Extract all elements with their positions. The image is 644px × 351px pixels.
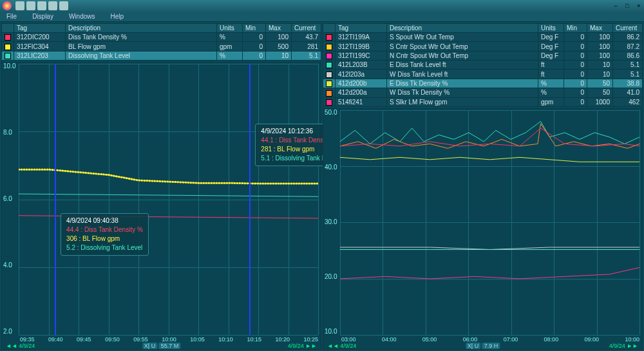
left-chart[interactable]: 10.08.06.04.02.04/9/2024 09:40:3844.4 : … — [1, 62, 321, 350]
cell-current: 86.2 — [613, 33, 643, 42]
toolbar-icon[interactable] — [37, 1, 46, 10]
cell-current: 5.1 — [292, 51, 321, 60]
cell-current: 43.7 — [292, 33, 321, 42]
cursor-line[interactable] — [55, 64, 56, 335]
table-row[interactable]: 312LIC203Dissolving Tank Level%0105.1 — [2, 51, 321, 60]
tooltip-value: 5.2 : Dissolving Tank Level — [66, 243, 143, 252]
color-swatch — [5, 53, 11, 59]
color-swatch — [5, 44, 11, 50]
tooltip-time: 4/9/2024 09:40:38 — [66, 216, 143, 225]
table-row[interactable]: 412d200bE Diss Tk Density %%05038.8 — [323, 79, 643, 88]
col-tag: Tag — [14, 24, 66, 33]
cell-min: 0 — [243, 33, 266, 42]
cell-current: 86.6 — [613, 51, 643, 60]
color-swatch — [326, 44, 332, 50]
cell-units: % — [538, 79, 564, 88]
cell-tag: 312TI199A — [336, 33, 387, 42]
cell-desc: E Diss Tank Level ft — [387, 61, 538, 70]
cell-tag: 514fi241 — [336, 97, 387, 106]
cell-units: Deg F — [538, 42, 564, 51]
cell-desc: W Diss Tank Level ft — [387, 70, 538, 79]
tooltip-value: 44.4 : Diss Tank Density % — [66, 225, 143, 234]
col-max: Max — [266, 24, 292, 33]
left-panel: TagDescriptionUnitsMinMaxCurrent 312DIC2… — [1, 23, 321, 350]
color-swatch — [326, 81, 332, 87]
plot-area[interactable]: 4/9/2024 09:40:3844.4 : Diss Tank Densit… — [19, 64, 318, 335]
cell-desc: Diss Tank Density % — [66, 33, 217, 42]
col-units: Units — [217, 24, 243, 33]
y-axis: 50.040.030.020.010.0 — [325, 109, 337, 335]
cell-tag: 412l203a — [336, 70, 387, 79]
menu-file[interactable]: File — [6, 13, 17, 20]
title-bar: – □ × — [0, 0, 644, 12]
toolbar-icon[interactable] — [26, 1, 35, 10]
cursor-line[interactable] — [249, 64, 251, 335]
table-row[interactable]: 312TI199BS Cntr Spout Wtr Out TempDeg F0… — [323, 42, 643, 51]
table-row[interactable]: 514fi241S Slkr LM Flow gpmgpm01000462 — [323, 97, 643, 106]
color-swatch — [326, 90, 332, 97]
cell-tag: 412L203B — [336, 61, 387, 70]
y-axis: 10.08.06.04.02.0 — [3, 62, 15, 335]
cell-desc: W Diss Tk Density % — [387, 88, 538, 97]
cell-desc: S Cntr Spout Wtr Out Temp — [387, 42, 538, 51]
cell-min: 0 — [564, 88, 587, 97]
cell-units: gpm — [538, 97, 564, 106]
cell-max: 10 — [587, 70, 613, 79]
cell-units: % — [538, 88, 564, 97]
cell-units: Deg F — [538, 33, 564, 42]
main-area: TagDescriptionUnitsMinMaxCurrent 312DIC2… — [0, 22, 644, 351]
cell-tag: 412d200b — [336, 79, 387, 88]
chart-status-bar: ◄◄ 4/9/24X| U 55.7 M4/9/24 ►► — [3, 342, 319, 349]
cell-tag: 412d200a — [336, 88, 387, 97]
color-swatch — [326, 99, 332, 106]
cell-desc: S Slkr LM Flow gpm — [387, 97, 538, 106]
cell-current: 5.1 — [613, 61, 643, 70]
table-row[interactable]: 312TI199CN Cntr Spout Wtr Out TempDeg F0… — [323, 51, 643, 60]
toolbar-icons — [15, 1, 68, 10]
table-row[interactable]: 312FIC304BL Flow gpmgpm0500281 — [2, 42, 321, 51]
maximize-button[interactable]: □ — [623, 3, 631, 9]
toolbar-icon[interactable] — [48, 1, 57, 10]
table-row[interactable]: 312DIC200Diss Tank Density %%010043.7 — [2, 33, 321, 42]
table-row[interactable]: 312TI199AS Spout Wtr Out TempDeg F010086… — [323, 33, 643, 42]
cell-max: 50 — [587, 88, 613, 97]
cell-max: 50 — [587, 79, 613, 88]
plot-area[interactable] — [340, 110, 639, 335]
cell-min: 0 — [243, 51, 266, 60]
nav-next[interactable]: 4/9/24 ►► — [288, 343, 317, 349]
table-row[interactable]: 412d200aW Diss Tk Density %%05041.0 — [323, 88, 643, 97]
cell-min: 0 — [564, 70, 587, 79]
cell-tag: 312LIC203 — [14, 51, 66, 60]
cell-current: 462 — [613, 97, 643, 106]
time-span[interactable]: 7.9 H — [482, 343, 500, 349]
minimize-button[interactable]: – — [612, 3, 620, 9]
toolbar-icon[interactable] — [59, 1, 68, 10]
color-swatch — [326, 34, 332, 41]
col-max: Max — [587, 24, 613, 33]
cell-min: 0 — [564, 42, 587, 51]
menu-bar: File Display Windows Help — [0, 12, 644, 22]
nav-prev[interactable]: ◄◄ 4/9/24 — [327, 343, 356, 349]
left-tag-table[interactable]: TagDescriptionUnitsMinMaxCurrent 312DIC2… — [1, 23, 321, 61]
time-span[interactable]: 55.7 M — [159, 343, 181, 349]
cell-desc: Dissolving Tank Level — [66, 51, 217, 60]
chart-tooltip: 4/9/2024 09:40:3844.4 : Diss Tank Densit… — [61, 213, 149, 256]
table-row[interactable]: 412L203BE Diss Tank Level ftft0105.1 — [323, 61, 643, 70]
table-row[interactable]: 412l203aW Diss Tank Level ftft0105.1 — [323, 70, 643, 79]
right-tag-table[interactable]: TagDescriptionUnitsMinMaxCurrent 312TI19… — [323, 23, 643, 107]
right-chart[interactable]: 50.040.030.020.010.003:0004:0005:0006:00… — [323, 108, 643, 350]
nav-next[interactable]: 4/9/24 ►► — [609, 343, 638, 349]
close-button[interactable]: × — [635, 3, 643, 9]
x-mode[interactable]: X| U — [466, 343, 480, 349]
menu-help[interactable]: Help — [111, 13, 124, 20]
col-desc: Description — [387, 24, 538, 33]
cell-units: ft — [538, 61, 564, 70]
cell-min: 0 — [564, 97, 587, 106]
cell-desc: E Diss Tk Density % — [387, 79, 538, 88]
nav-prev[interactable]: ◄◄ 4/9/24 — [6, 343, 35, 349]
menu-windows[interactable]: Windows — [69, 13, 95, 20]
toolbar-icon[interactable] — [15, 1, 24, 10]
cell-tag: 312DIC200 — [14, 33, 66, 42]
x-mode[interactable]: X| U — [142, 343, 157, 349]
menu-display[interactable]: Display — [32, 13, 53, 20]
